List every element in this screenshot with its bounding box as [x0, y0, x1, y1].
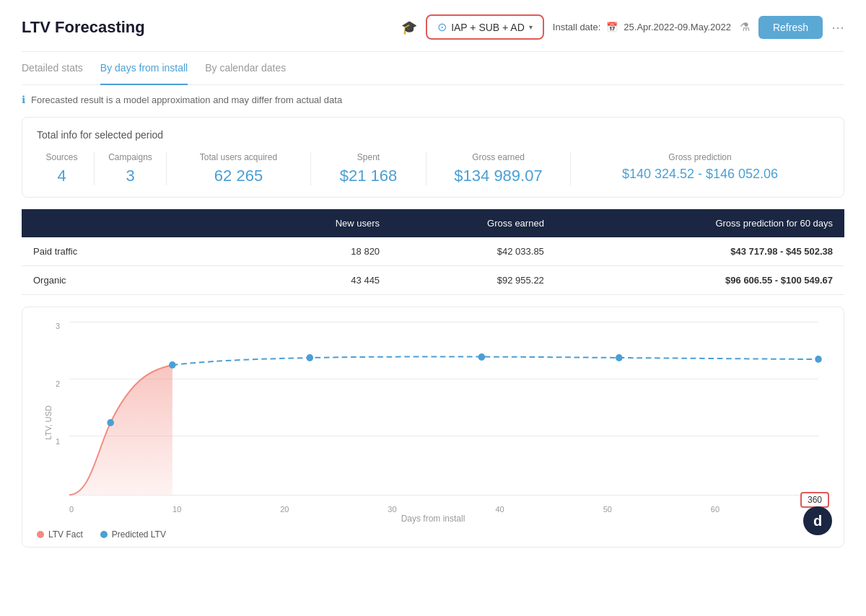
y-label-2: 2	[56, 379, 66, 388]
row-organic-earned: $92 955.22	[391, 266, 556, 295]
row-paid-name: Paid traffic	[22, 237, 253, 266]
th-gross-earned: Gross earned	[391, 209, 556, 237]
refresh-button[interactable]: Refresh	[758, 16, 823, 39]
more-options-icon[interactable]: ⋯	[831, 19, 844, 35]
metric-selector-label: IAP + SUB + AD	[451, 22, 525, 33]
svg-point-2	[478, 353, 486, 361]
metric-selector[interactable]: ⊙ IAP + SUB + AD ▾	[426, 14, 544, 40]
col-campaigns: Campaigns 3	[95, 152, 167, 185]
th-source	[22, 209, 253, 237]
legend-fact-dot	[37, 531, 44, 538]
chart-legend: LTV Fact Predicted LTV	[37, 524, 829, 540]
y-label-1: 1	[56, 437, 66, 446]
tab-days-from-install[interactable]: By days from install	[100, 52, 188, 85]
page-title: LTV Forecasting	[22, 18, 145, 37]
row-organic-name: Organic	[22, 266, 253, 295]
svg-point-0	[169, 361, 176, 369]
col-spent-label: Spent	[357, 152, 380, 162]
grid-line-bottom	[69, 495, 818, 496]
currency-icon: ⊙	[437, 20, 447, 34]
svg-point-3	[616, 354, 623, 361]
x-axis-labels: 0 10 20 30 40 50 60	[69, 505, 818, 514]
filter-icon[interactable]: ⚗	[740, 20, 750, 34]
legend-ltv-fact: LTV Fact	[37, 529, 83, 540]
x-label-20: 20	[280, 505, 289, 514]
total-info-card: Total info for selected period Sources 4…	[22, 117, 844, 198]
x-label-50: 50	[603, 505, 612, 514]
info-icon: ℹ	[22, 94, 25, 105]
col-gross-value: $134 989.07	[454, 167, 542, 185]
x-label-10: 10	[172, 505, 181, 514]
legend-fact-label: LTV Fact	[48, 529, 83, 540]
chart-area: 3 2 1 LTV, USD	[37, 322, 829, 524]
col-prediction-value: $140 324.52 - $146 052.06	[622, 167, 778, 182]
x-label-0: 0	[69, 505, 74, 514]
col-users-label: Total users acquired	[200, 152, 277, 162]
col-sources: Sources 4	[37, 152, 95, 185]
logo-badge: d	[803, 506, 832, 535]
calendar-icon: 📅	[606, 22, 618, 32]
legend-predicted-label: Predicted LTV	[112, 529, 166, 540]
chart-plot	[69, 322, 818, 495]
install-date-container: Install date: 📅 25.Apr.2022-09.May.2022	[553, 22, 731, 32]
col-campaigns-value: 3	[126, 167, 134, 185]
x-label-60: 60	[711, 505, 720, 514]
row-paid-users: 18 820	[253, 237, 391, 266]
th-gross-prediction: Gross prediction for 60 days	[556, 209, 844, 237]
col-spent: Spent $21 168	[311, 152, 427, 185]
data-table: New users Gross earned Gross prediction …	[22, 209, 844, 295]
total-info-grid: Sources 4 Campaigns 3 Total users acquir…	[37, 152, 829, 185]
svg-point-4	[815, 356, 822, 363]
col-spent-value: $21 168	[340, 167, 398, 185]
col-gross-prediction: Gross prediction $140 324.52 - $146 052.…	[571, 152, 829, 185]
install-date-label: Install date:	[553, 22, 601, 32]
svg-point-1	[307, 354, 314, 361]
total-info-title: Total info for selected period	[37, 129, 829, 141]
col-sources-label: Sources	[45, 152, 77, 162]
chevron-down-icon: ▾	[529, 23, 533, 31]
info-message: Forecasted result is a model approximati…	[31, 94, 342, 105]
col-users-value: 62 265	[214, 167, 263, 185]
x-axis-title: Days from install	[401, 514, 465, 524]
tab-calendar-dates[interactable]: By calendar dates	[205, 52, 286, 85]
tabs-container: Detailed stats By days from install By c…	[22, 52, 844, 85]
y-label-3: 3	[56, 322, 66, 330]
logo-letter: d	[813, 513, 822, 529]
x-label-30: 30	[388, 505, 396, 514]
col-gross-earned: Gross earned $134 989.07	[427, 152, 571, 185]
y-axis-title: LTV, USD	[44, 405, 53, 440]
table-row: Paid traffic 18 820 $42 033.85 $43 717.9…	[22, 237, 844, 266]
info-bar: ℹ Forecasted result is a model approxima…	[22, 85, 844, 111]
col-prediction-label: Gross prediction	[668, 152, 731, 162]
day-360-label: 360	[800, 492, 829, 508]
cap-icon: 🎓	[401, 19, 417, 35]
col-sources-value: 4	[57, 167, 66, 185]
table-row: Organic 43 445 $92 955.22 $96 606.55 - $…	[22, 266, 844, 295]
legend-predicted-ltv: Predicted LTV	[100, 529, 166, 540]
row-organic-users: 43 445	[253, 266, 391, 295]
chart-svg	[69, 322, 818, 495]
col-campaigns-label: Campaigns	[108, 152, 152, 162]
row-organic-prediction: $96 606.55 - $100 549.67	[556, 266, 844, 295]
install-date-value: 25.Apr.2022-09.May.2022	[624, 22, 731, 32]
row-paid-prediction: $43 717.98 - $45 502.38	[556, 237, 844, 266]
th-new-users: New users	[253, 209, 391, 237]
legend-predicted-dot	[100, 531, 108, 538]
chart-container: 3 2 1 LTV, USD	[22, 307, 844, 547]
tab-detailed-stats[interactable]: Detailed stats	[22, 52, 83, 85]
col-users: Total users acquired 62 265	[167, 152, 311, 185]
row-paid-earned: $42 033.85	[391, 237, 556, 266]
col-gross-label: Gross earned	[472, 152, 525, 162]
x-label-40: 40	[496, 505, 504, 514]
svg-point-5	[107, 419, 114, 426]
